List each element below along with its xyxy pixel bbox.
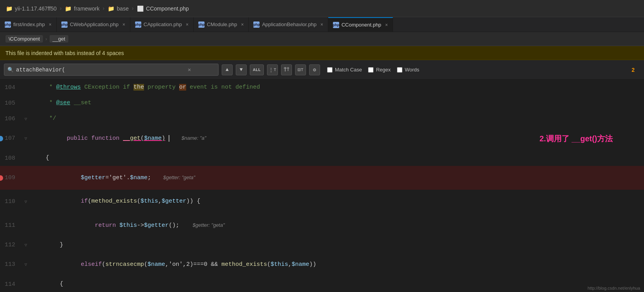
tab-capp[interactable]: php CApplication.php × (130, 17, 194, 32)
matches-number: 2 (632, 67, 635, 73)
method-breadcrumb[interactable]: __get (50, 35, 69, 43)
settings-button[interactable]: ⚙ (309, 64, 320, 75)
line-number-112: 112 (0, 242, 21, 248)
line-number-113: 113 (0, 261, 21, 268)
gutter-113: ▽ (21, 262, 30, 267)
fold-icon-106[interactable]: ▽ (25, 116, 27, 121)
search-clear-button[interactable]: ✕ (186, 66, 192, 74)
chinese-annotation: 2.调用了 __get()方法 (539, 133, 613, 144)
search-input[interactable] (16, 67, 184, 73)
gutter-107: ▽ (21, 136, 30, 141)
breadcrumb-item-base[interactable]: 📁 base (107, 5, 128, 12)
line-number-114: 114 (0, 281, 21, 288)
search-icon: 🔍 (7, 67, 14, 73)
table-row: 104 * @throws CException if the property… (0, 80, 644, 95)
tab-appbehavior[interactable]: php ApplicationBehavior.php × (249, 17, 328, 32)
search-prev-button[interactable]: ▲ (222, 64, 233, 75)
tab-close-3[interactable]: × (241, 22, 244, 27)
search-find-all-button[interactable]: ALL (250, 64, 264, 75)
fold-icon-113[interactable]: ▽ (25, 262, 27, 267)
words-checkbox[interactable] (397, 67, 402, 73)
fold-icon-112[interactable]: ▽ (25, 242, 27, 247)
warning-bar: This file is indented with tabs instead … (0, 46, 644, 60)
code-content-104: * @throws CException if the property or … (30, 80, 644, 95)
line-number-107: 107 (0, 135, 21, 142)
tab-close-1[interactable]: × (123, 22, 125, 27)
breadcrumb-item-root[interactable]: 📁 yii-1.1.17.467ff50 (5, 5, 57, 12)
tab-close-2[interactable]: × (186, 22, 189, 27)
breadcrumb-item-framework[interactable]: 📁 framework (65, 5, 100, 12)
code-content-105: * @see __set (30, 95, 644, 111)
words-option[interactable]: Words (397, 67, 419, 73)
tab-file-icon-5: php (253, 21, 260, 28)
breadcrumb-item-file[interactable]: ⬜ CComponent.php (137, 5, 189, 12)
tab-cmodule[interactable]: php CModule.php × (194, 17, 249, 32)
tab-file-icon-2: php (61, 21, 68, 28)
tab-close-4[interactable]: × (320, 22, 323, 27)
folder-icon-2: 📁 (65, 5, 72, 12)
gutter-112: ▽ (21, 242, 30, 247)
tab-close-5[interactable]: × (385, 22, 388, 28)
line-number-106: 106 (0, 116, 21, 122)
warning-text: This file is indented with tabs instead … (5, 50, 124, 56)
breakpoint-red (0, 175, 3, 181)
fold-icon-110[interactable]: ▽ (25, 199, 27, 204)
line-number-108: 108 (0, 155, 21, 162)
regex-checkbox[interactable] (368, 67, 374, 73)
table-row: 107 ▽ public function __get($name) $name… (0, 126, 644, 150)
search-next-button[interactable]: ▼ (236, 64, 247, 75)
file-icon: ⬜ (137, 5, 144, 12)
tab-first-index[interactable]: php first/index.php × (0, 17, 57, 32)
tab-file-icon-6: php (333, 22, 339, 28)
gutter-110: ▽ (21, 199, 30, 204)
tabs-bar: php first/index.php × php CWebApplicatio… (0, 17, 644, 32)
table-row: 105 * @see __set (0, 95, 644, 111)
words-label: Words (405, 67, 419, 73)
table-row: 114 { (0, 276, 644, 292)
tab-file-icon-3: php (135, 21, 141, 28)
multiline-button[interactable]: ⋮T (267, 64, 278, 75)
breadcrumb-arrow: › (45, 36, 47, 42)
match-case-checkbox[interactable] (327, 67, 333, 73)
line-number-111: 111 (0, 222, 21, 229)
editor-breadcrumb: \CComponent › __get (0, 32, 644, 46)
table-row: 111 return $this->$getter(); $getter: "g… (0, 214, 644, 237)
search-options: Match Case Regex Words (327, 67, 419, 73)
breakpoint-blue (0, 136, 3, 141)
breadcrumb-sep-2: › (102, 5, 105, 12)
tab-file-icon: php (5, 21, 11, 28)
line-number-104: 104 (0, 84, 21, 91)
matches-count: 2 (632, 67, 640, 73)
folder-icon: 📁 (5, 5, 12, 12)
class-breadcrumb[interactable]: \CComponent (5, 35, 43, 43)
code-content-114: { (30, 276, 644, 292)
match-case-option[interactable]: Match Case (327, 67, 362, 73)
breadcrumb-sep-3: › (131, 5, 134, 12)
search-bar: 🔍 ✕ ▲ ▼ ALL ⋮T T̄T̄ ⊡T ⚙ Match Case Rege… (0, 60, 644, 80)
breadcrumb: 📁 yii-1.1.17.467ff50 › 📁 framework › 📁 b… (0, 0, 644, 17)
regex-label: Regex (376, 67, 391, 73)
tab-close-0[interactable]: × (49, 22, 52, 27)
gutter-106: ▽ (21, 116, 30, 121)
tab-cwebapp[interactable]: php CWebApplication.php × (57, 17, 130, 32)
tab-file-icon-4: php (198, 21, 205, 28)
match-case-label: Match Case (335, 67, 362, 73)
folder-icon-3: 📁 (107, 5, 114, 12)
line-number-109: 109 (0, 174, 21, 181)
search-input-wrapper: 🔍 ✕ (4, 64, 219, 76)
code-area: 104 * @throws CException if the property… (0, 80, 644, 292)
tab-ccomponent[interactable]: php CComponent.php × (328, 17, 393, 32)
breadcrumb-sep-1: › (59, 5, 62, 12)
footer-url: http://blog.csdn.net/enlyhua (587, 286, 640, 290)
table-row: 113 ▽ elseif(strncasecmp($name,'on',2)==… (0, 253, 644, 277)
line-number-110: 110 (0, 198, 21, 205)
fold-icon-107[interactable]: ▽ (25, 136, 27, 141)
line-number-105: 105 (0, 100, 21, 107)
select-all-button[interactable]: ⊡T (295, 64, 306, 75)
preserve-case-button[interactable]: T̄T̄ (281, 64, 292, 75)
regex-option[interactable]: Regex (368, 67, 391, 73)
